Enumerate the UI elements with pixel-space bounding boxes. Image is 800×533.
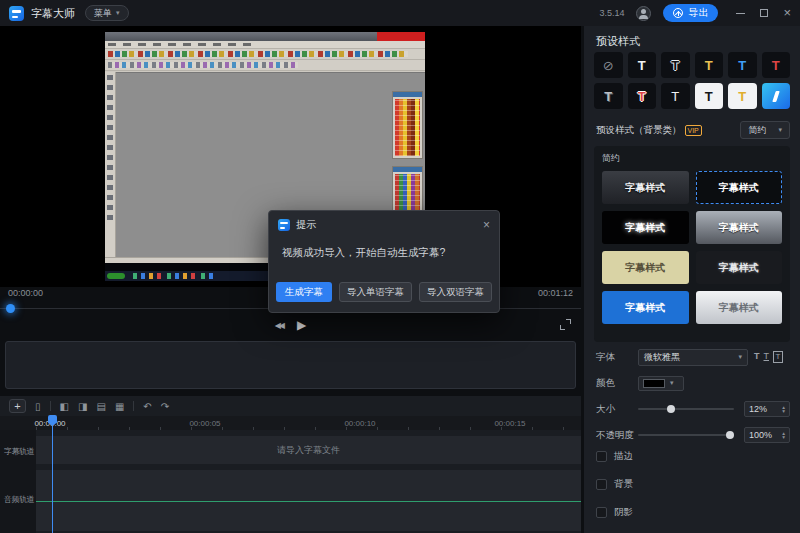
current-time-label: 00:00:00 [8,288,43,298]
import-mono-subtitles-button[interactable]: 导入单语字幕 [339,282,412,302]
generate-subtitles-button[interactable]: 生成字幕 [276,282,332,302]
dialog-close-icon[interactable]: × [483,220,490,230]
fullscreen-icon[interactable] [560,319,571,330]
redo-icon[interactable]: ↷ [161,401,169,412]
palette-header [393,167,422,172]
text-frame-icon[interactable]: T [773,351,783,363]
preset-style-basic-white-icon[interactable]: T [628,52,657,78]
app-logo-icon [9,6,24,21]
embedded-app-menubar [105,41,425,49]
preset-style-outline-white-icon[interactable]: T [661,52,690,78]
step-down-icon[interactable]: ▾ [782,435,785,440]
color-row: 颜色 ▾ [596,374,790,392]
opacity-stepper: ▴ ▾ [782,431,785,440]
dialog-message: 视频成功导入，开始自动生成字幕? [269,232,499,260]
opacity-slider[interactable] [638,429,734,441]
style-cards-grid: 字幕样式 字幕样式 字幕样式 字幕样式 字幕样式 字幕样式 字幕样式 字幕样式 [602,171,782,324]
style-group-header: 简约 [602,152,782,165]
preset-style-app-logo-icon[interactable] [762,83,791,109]
preset-style-gold-icon[interactable]: T [695,52,724,78]
font-row: 字体 微软雅黑 ▾ T T T [596,348,790,366]
style-card[interactable]: 字幕样式 [696,251,783,284]
size-value-box[interactable]: 12% ▴ ▾ [744,401,790,417]
undo-icon[interactable]: ↶ [143,401,151,412]
subtitle-track[interactable]: 请导入字幕文件 [36,436,581,464]
style-card[interactable]: 字幕样式 [602,291,689,324]
shadow-option: 阴影 [596,506,633,519]
embedded-app-color-palette-1 [392,91,423,159]
rows-icon[interactable]: ▤ [96,401,105,412]
preset-style-gold-on-white-icon[interactable]: T [728,83,757,109]
audio-track[interactable] [36,470,581,531]
preset-style-gray-3d-icon[interactable]: T [594,83,623,109]
text-underline-icon[interactable]: T [764,351,770,363]
maximize-icon[interactable] [760,9,768,17]
stroke-checkbox[interactable] [596,451,607,462]
palette-swatches [395,174,420,211]
preset-style-blue-icon[interactable]: T [728,52,757,78]
dialog-buttons: 生成字幕 导入单语字幕 导入双语字幕 [269,282,499,302]
opacity-row: 不透明度 100% ▴ ▾ [596,426,790,444]
clip-icon[interactable]: ▯ [35,401,41,412]
embedded-app-red-banner [377,32,425,41]
rewind-icon[interactable]: ◀◀ [275,321,283,330]
version-label: 3.5.14 [599,8,624,18]
style-card[interactable]: 字幕样式 [696,291,783,324]
style-card-selected[interactable]: 字幕样式 [696,171,783,204]
seek-handle[interactable] [6,304,15,313]
opacity-value: 100% [749,430,772,440]
color-chip [643,379,665,388]
opacity-slider-handle[interactable] [726,431,734,439]
preset-style-thin-white-icon[interactable]: T [661,83,690,109]
user-avatar-icon[interactable] [636,6,651,21]
subtitle-text-area[interactable] [5,341,576,389]
playhead-line [52,416,53,533]
timeline-panel: + ▯ ◧ ◨ ▤ ▦ ↶ ↷ 00:00:00 00:00:05 00:00:… [0,396,581,533]
split-right-icon[interactable]: ◨ [78,401,87,412]
style-card-label: 字幕样式 [719,181,759,195]
style-card[interactable]: 字幕样式 [602,251,689,284]
size-slider[interactable] [638,403,734,415]
titlebar: 字幕大师 菜单 ▾ 3.5.14 导出 × [0,0,800,26]
color-select[interactable]: ▾ [638,376,684,391]
style-card[interactable]: 字幕样式 [696,211,783,244]
split-left-icon[interactable]: ◧ [60,401,69,412]
stroke-label: 描边 [614,450,633,463]
text-style-icons: T T T [754,351,783,363]
preset-style-none-icon[interactable]: ⊘ [594,52,623,78]
play-icon[interactable]: ▶ [297,318,306,332]
style-card[interactable]: 字幕样式 [602,171,689,204]
preset-style-black-on-white-icon[interactable]: T [695,83,724,109]
slider-track [638,408,734,410]
close-icon[interactable]: × [783,8,791,18]
text-bold-icon[interactable]: T [754,351,760,363]
timeline-ruler[interactable]: 00:00:00 00:00:05 00:00:10 00:00:15 [0,416,581,430]
opacity-label: 不透明度 [596,429,638,442]
grid-icon[interactable]: ▦ [115,401,124,412]
style-card-list: 简约 字幕样式 字幕样式 字幕样式 字幕样式 字幕样式 字幕样式 字幕样式 字幕… [594,146,790,342]
app-window: 字幕大师 菜单 ▾ 3.5.14 导出 × [0,0,800,533]
embedded-app-toolbar-1 [105,49,425,60]
chevron-down-icon: ▾ [670,379,674,387]
preset-bg-row: 预设样式（背景类） VIP 简约 ▾ [596,120,790,140]
size-slider-handle[interactable] [667,405,675,413]
preset-style-red-icon[interactable]: T [762,52,791,78]
total-time-label: 00:01:12 [538,288,573,298]
category-select[interactable]: 简约 ▾ [740,121,790,139]
shadow-checkbox[interactable] [596,507,607,518]
minimize-icon[interactable] [736,13,745,14]
background-checkbox[interactable] [596,479,607,490]
style-card-label: 字幕样式 [719,221,759,235]
step-down-icon[interactable]: ▾ [782,409,785,414]
preset-style-red-outline-icon[interactable]: T [628,83,657,109]
font-select[interactable]: 微软雅黑 ▾ [638,349,748,366]
opacity-value-box[interactable]: 100% ▴ ▾ [744,427,790,443]
export-button[interactable]: 导出 [663,4,718,22]
font-label: 字体 [596,351,638,364]
style-card-label: 字幕样式 [625,301,665,315]
menu-button[interactable]: 菜单 ▾ [85,5,129,21]
import-dual-subtitles-button[interactable]: 导入双语字幕 [419,282,492,302]
style-card[interactable]: 字幕样式 [602,211,689,244]
add-subtitle-button[interactable]: + [9,399,26,413]
upload-icon [673,8,683,18]
